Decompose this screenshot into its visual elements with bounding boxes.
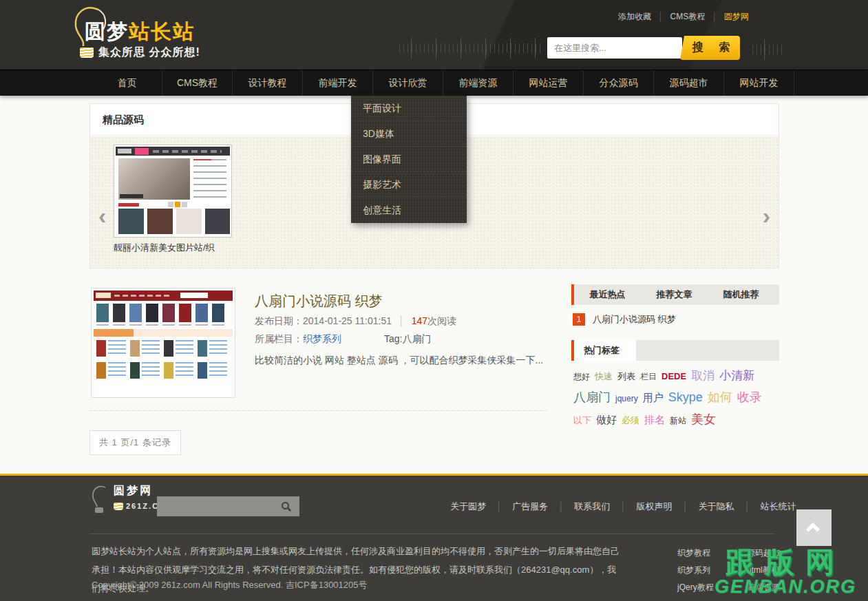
tag-link[interactable]: 收录 (737, 388, 762, 406)
tag-link[interactable]: 八扇门 (573, 388, 611, 406)
sidebar-tabs: 最近热点推荐文章随机推荐 (571, 284, 779, 305)
search-button[interactable]: 搜 索 (680, 36, 740, 60)
nav-item[interactable]: 首页 (92, 70, 162, 96)
tag-link[interactable]: 小清新 (719, 367, 754, 385)
header-top-link[interactable]: 添加收藏 (618, 11, 651, 23)
nav-item[interactable]: 源码超市 (654, 70, 724, 96)
footer-links-column-2: 源码超市html教程前端资源 (747, 545, 780, 596)
site-footer: 圆梦网 261Z.COM 关于圆梦广告服务联系我们版权声明关于隐私站长统计 圆梦… (0, 474, 868, 601)
category-label: 所属栏目： (255, 333, 303, 344)
footer-nav-link[interactable]: 关于隐私 (672, 500, 734, 513)
nav-item[interactable]: 前端开发 (303, 70, 373, 96)
nav-item[interactable]: 设计欣赏 (373, 70, 443, 96)
footer-divider (89, 534, 774, 534)
site-logo[interactable]: 圆梦站长站 (85, 18, 195, 46)
nav-item[interactable]: 网站运营 (514, 70, 584, 96)
sidebar-hot-item[interactable]: 1 八扇门小说源码 织梦 (573, 313, 779, 326)
carousel-prev-button[interactable]: ‹ (98, 204, 106, 227)
tag-link[interactable]: 做好 (596, 411, 617, 429)
footer-nav-link[interactable]: 版权声明 (610, 500, 672, 513)
hot-tags-title: 热门标签 (574, 340, 636, 361)
back-to-top-button[interactable] (796, 509, 832, 546)
carousel-next-button[interactable]: › (763, 204, 770, 227)
dropdown-item[interactable]: 图像界面 (351, 147, 467, 172)
category-link[interactable]: 织梦系列 (303, 333, 341, 344)
tag-link[interactable]: Skype (668, 388, 703, 406)
sidebar-tab[interactable]: 随机推荐 (708, 284, 774, 305)
tag-link[interactable]: 想好 (573, 368, 590, 386)
header-top-links: 添加收藏CMS教程圆梦网 (618, 11, 749, 23)
watermark-en: GENBAN.ORG (714, 578, 856, 595)
footer-search-icon[interactable] (281, 501, 292, 512)
footer-column-link[interactable]: 织梦系列 (677, 562, 714, 579)
tag-link[interactable]: 排名 (644, 411, 665, 429)
tag-link[interactable]: 如何 (708, 388, 732, 406)
article-title[interactable]: 八扇门小说源码 织梦 (255, 292, 383, 310)
site-tagline: 集众所思 分众所想! (80, 45, 200, 60)
main-nav: 首页CMS教程设计教程前端开发设计欣赏前端资源网站运营分众源码源码超市网站开发 (0, 70, 868, 96)
footer-column-link[interactable]: 前端资源 (747, 579, 780, 596)
carousel-slide[interactable]: 靓丽小清新美女图片站/织 (114, 145, 232, 254)
search-input[interactable] (547, 37, 682, 59)
tag-link[interactable]: 快速 (595, 368, 613, 386)
tag-link[interactable]: 美女 (691, 410, 716, 428)
tag-link[interactable]: 用户 (643, 389, 664, 407)
tag-link[interactable]: 栏目 (640, 368, 657, 386)
tag-link[interactable]: DEDE (661, 368, 686, 386)
pagination-info: 共 1 页/1 条记录 (89, 430, 181, 455)
nav-item[interactable]: 网站开发 (724, 70, 794, 96)
date-value: 2014-01-25 11:01:51 (303, 315, 392, 326)
footer-copyright: Copyright© 2009 261z.com All Rights Rese… (92, 579, 368, 591)
footer-nav: 关于圆梦广告服务联系我们版权声明关于隐私站长统计 (450, 500, 796, 513)
header-top-link[interactable]: 圆梦网 (705, 11, 749, 23)
dropdown-item[interactable]: 摄影艺术 (351, 172, 467, 198)
dropdown-item[interactable]: 3D媒体 (351, 121, 467, 147)
footer-column-link[interactable]: jQery教程 (677, 579, 714, 596)
nav-dropdown-menu: 平面设计3D媒体图像界面摄影艺术创意生活 (351, 96, 467, 223)
footer-search-input[interactable] (157, 496, 299, 516)
carousel-caption[interactable]: 靓丽小清新美女图片站/织 (114, 242, 232, 254)
article-thumbnail-image (94, 291, 233, 395)
article-thumbnail[interactable] (91, 288, 235, 398)
carousel-thumbnail-frame (114, 145, 232, 238)
footer-bulb-icon (92, 484, 109, 514)
header-top-link[interactable]: CMS教程 (651, 11, 705, 23)
tag-link[interactable]: 八扇门 (402, 333, 431, 344)
rank-badge: 1 (573, 313, 585, 326)
sidebar-tab[interactable]: 最近热点 (574, 284, 641, 305)
ruler-decoration-left (399, 38, 540, 59)
footer-column-link[interactable]: 源码超市 (747, 545, 780, 562)
tag-link[interactable]: 取消 (691, 367, 714, 385)
logo-text-white: 圆梦 (85, 20, 129, 43)
genban-watermark: 跟版网 GENBAN.ORG (714, 547, 856, 595)
tag-link[interactable]: 必须 (622, 412, 639, 430)
nav-item[interactable]: 前端资源 (443, 70, 514, 96)
dropdown-item[interactable]: 创意生活 (351, 198, 467, 223)
nav-item[interactable]: 设计教程 (233, 70, 303, 96)
dropdown-item[interactable]: 平面设计 (351, 96, 467, 121)
footer-nav-link[interactable]: 联系我们 (548, 500, 610, 513)
tag-link[interactable]: 新站 (670, 412, 686, 430)
tag-label: Tag: (384, 333, 402, 344)
tag-link[interactable]: 列表 (617, 368, 635, 386)
tag-cloud: 想好快速列表栏目DEDE取消小清新八扇门jquery用户Skype如何收录以下做… (573, 367, 780, 432)
article-meta-date: 发布日期：2014-01-25 11:01:51147次阅读 (255, 315, 456, 328)
separator (392, 315, 412, 326)
footer-nav-link[interactable]: 关于圆梦 (450, 500, 486, 513)
footer-bulb-base-icon (114, 503, 123, 510)
sidebar-tab[interactable]: 推荐文章 (641, 284, 708, 305)
footer-nav-link[interactable]: 广告服务 (486, 500, 548, 513)
site-header: 圆梦站长站 集众所思 分众所想! 添加收藏CMS教程圆梦网 搜 索 (0, 0, 868, 70)
hot-tags-header: 热门标签 (571, 340, 779, 361)
main-nav-list: 首页CMS教程设计教程前端开发设计欣赏前端资源网站运营分众源码源码超市网站开发 (0, 70, 868, 96)
sidebar-hot-list: 1 八扇门小说源码 织梦 (573, 313, 779, 331)
tag-link[interactable]: jquery (615, 390, 638, 408)
article-divider (89, 410, 547, 411)
article-summary: 比较简洁的小说 网站 整站点 源码 ，可以配合织梦采集侠采集一下... (255, 352, 544, 368)
nav-item[interactable]: CMS教程 (162, 70, 233, 96)
tag-link[interactable]: 以下 (573, 412, 591, 430)
footer-nav-link[interactable]: 站长统计 (734, 500, 796, 513)
footer-column-link[interactable]: 织梦教程 (677, 545, 714, 562)
nav-item[interactable]: 分众源码 (584, 70, 654, 96)
footer-column-link[interactable]: html教程 (747, 562, 780, 579)
